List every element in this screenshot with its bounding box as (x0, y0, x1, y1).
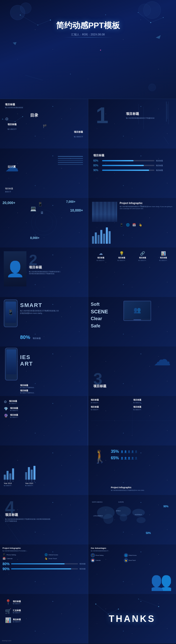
bar-chart (92, 227, 111, 244)
svg-point-8 (138, 12, 139, 13)
bubble-deco (20, 3, 31, 14)
slide-section4: 4 项目标题 输入你的项目标题或者描述文字拖拽到此处输入你的项目标题或者描述文字… (0, 495, 88, 544)
label-north-america: NORTH AMERICA (92, 501, 103, 503)
location-item-3: 📊 展品标题 输入描述文字... (5, 617, 21, 623)
proj-desc: 输入你的项目标题或者描述文字从此处输入... (3, 550, 85, 552)
proj-infographic-content: Project Infographic 输入你的项目标题或者描述文字从此处输入.… (3, 547, 85, 571)
slide-4cols: ☁ 项目标题 输入描述文字... 💡 项目标题 输入描述文字... 🔗 项目标题… (88, 247, 176, 297)
slide-location: doxinyi.com 📍 项目标题 输入描述文字... 🛒 汇总标题 输入描述… (0, 594, 88, 643)
adv-desc: 输入你的项目标题或者描述文字... (91, 550, 156, 552)
bubble-deco (148, 84, 156, 91)
row-2: 项目标题 输入你的项目标题或者描述 目录 项目标题 输入描述文字 项目标题 输入… (0, 99, 176, 148)
slide-advantages: 👥 Our Advantages 输入你的项目标题或者描述文字... 📱 Pho… (88, 544, 176, 594)
loc-item-3-text: 展品标题 输入描述文字... (13, 618, 21, 622)
slide-stats: 💻 📱 🖥 20,000+ 10,000+ 7,000+ 8,000+ (0, 198, 88, 247)
slide-section1: 1 项目标题 输入你的项目标题或者描述文字拖拽到此处 (88, 99, 176, 148)
label-latin-america: LATIN AMERICA (93, 515, 103, 517)
people-silhouette: 👥 (150, 571, 172, 591)
ies-item-2: 项目标题 输入描述文字拖拽到此处... (20, 389, 85, 393)
item-text-3: 项目标题 输入描述文字... (10, 414, 19, 418)
slide-cloud: ☁ 云计算 项目标题 描述文字 (0, 148, 88, 198)
adv-icon-2: 🌐 Global Access (124, 553, 156, 557)
stat-7k: 7,000+ (66, 199, 75, 204)
proj-icon-4: 👆 Smart Touch (45, 557, 85, 560)
phone-mockup: 📱 (4, 300, 18, 327)
slide-items-right: 项目标题 输入描述文字... 项目标题 输入描述文字... 项目标题 输入描述文… (88, 396, 176, 445)
toc-item-2: 项目标题 输入描述文字 (8, 122, 17, 131)
progress-title: 项目标题 (93, 154, 171, 157)
stat-35: 35% 👤 👤 👤 👤 👤 (111, 449, 138, 454)
slide-section2: 👤 2 项目标题 输入你的项目标题或者描述文字拖拽到此处输入你的项目标题或者描述… (0, 247, 88, 297)
map-pct-50: 50% (146, 532, 151, 534)
cloud-items: 项目标题 描述文字 (5, 187, 13, 193)
slide-bar-charts: J F M A Year 2019 输入描述文字... J F (0, 445, 88, 495)
loc-item-1-text: 项目标题 输入描述文字... (13, 600, 21, 604)
big-number-1: 1 (96, 104, 108, 127)
svg-point-35 (95, 604, 96, 605)
slide-title: 简约动感PPT模板 汇报人：时间：202X.08.08 (0, 0, 176, 99)
svg-point-16 (22, 116, 23, 117)
stat-8k: 8,000+ (30, 235, 39, 240)
row-11: Project Infographic 输入你的项目标题或者描述文字从此处输入.… (0, 544, 176, 594)
label-australia: AUSTRALIA (135, 514, 142, 515)
slide-smart: 📱 SMART 输入你的项目标题或者描述文字拖拽到此处输入你的项目标题from … (0, 297, 88, 346)
adv-globe-icon: 🌐 (124, 553, 128, 557)
thanks-text: THANKS (109, 614, 156, 624)
monitor-mockup: 👥 (123, 301, 151, 321)
col-2: 💡 项目标题 输入描述文字... (112, 250, 131, 262)
smart-text-block: SMART 输入你的项目标题或者描述文字拖拽到此处输入你的项目标题from mo… (20, 302, 60, 315)
row-10: 4 项目标题 输入你的项目标题或者描述文字拖拽到此处输入你的项目标题或者描述文字… (0, 495, 176, 544)
svg-point-21 (35, 214, 53, 231)
svg-point-39 (138, 599, 139, 600)
item-icon-3: 🔮 (4, 414, 8, 418)
progress-item-2: 80% 项目标题 (93, 164, 171, 167)
slide-project-infographic: Project Infographic 输入你的项目标题或者描述文字从此处输入.… (0, 544, 88, 594)
progress-content: 项目标题 60% 项目标题 80% 项目标题 90% (93, 154, 171, 174)
device-tablet: 📱 (38, 202, 43, 207)
slide-items-left: ⚙ 项目标题 输入描述文字... 💎 项目标题 输入描述文字... 🔮 项目标题… (0, 396, 88, 445)
adv-icons-grid: 📱 Phone Setting 🌐 Global Access 📅 Calend… (91, 553, 156, 562)
connector-lines (88, 396, 176, 445)
charts-container: J F M A Year 2019 输入描述文字... J F (4, 465, 43, 486)
smart-desc: 输入你的项目标题或者描述文字拖拽到此处输入你的项目标题from more cla… (20, 310, 60, 315)
watermark-left: doxinyi.com (2, 640, 11, 641)
stats-circuit (0, 198, 88, 247)
smart-pct: 80% 项目标题 (20, 334, 41, 340)
svg-point-32 (137, 517, 146, 523)
proj-icon-2: 🌐 Global Access (45, 553, 85, 556)
section4-desc: 输入你的项目标题或者描述文字拖拽到此处输入你的项目标题或者描述文字拖拽到此处 (5, 518, 50, 522)
col-1: ☁ 项目标题 输入描述文字... (91, 250, 111, 262)
section1-content: 项目标题 输入你的项目标题或者描述文字拖拽到此处 (126, 112, 164, 119)
cloud-list (58, 156, 83, 165)
section1-title: 项目标题 (126, 112, 164, 116)
slide-section3: ☁ 3 项目标题 (88, 346, 176, 396)
svg-line-4 (25, 75, 43, 80)
svg-point-40 (158, 606, 159, 607)
toc-items: 项目标题 输入你的项目标题或者描述 (5, 103, 23, 109)
item-row-3: 🔮 项目标题 输入描述文字... (4, 414, 85, 418)
toc-item-3: 项目标题 输入描述文字 (74, 129, 83, 138)
svg-line-1 (38, 20, 51, 25)
bars-1 (4, 465, 21, 480)
smart-word: SMART (20, 302, 60, 309)
stat-65: 65% 👤 👤 👤 👤 👤 (111, 456, 138, 460)
icon-globe: 🌐 (126, 223, 130, 227)
item-text-1: 项目标题 输入描述文字... (9, 400, 18, 404)
slide-infographic-1: Project Infographic 输入你的项目标题或者描述文字拖拽到此处f… (88, 198, 176, 247)
title-divider (63, 37, 113, 37)
bars-2 (25, 465, 43, 480)
toc-center: 目录 (30, 113, 38, 118)
cloud-large-3: ☁ (153, 349, 171, 370)
label-africa: AFRICA (116, 510, 120, 512)
row-4: 💻 📱 🖥 20,000+ 10,000+ 7,000+ 8,000+ (0, 198, 176, 247)
infographic-desc-2: 输入你的项目标题或者描述文字拖拽到此处from more clarity. (111, 489, 173, 491)
pct-90-row: 90% 项目标题 (3, 567, 85, 571)
year2-desc: 输入描述文字... (25, 485, 43, 486)
stat-10k: 10,000+ (70, 208, 83, 213)
svg-line-33 (96, 604, 108, 614)
item-icon-2: 💎 (4, 407, 8, 411)
section4-title: 项目标题 (5, 513, 50, 517)
phone-mockup-2 (5, 348, 18, 380)
chart-2: J F M A Year 202X 输入描述文字... (25, 465, 43, 486)
icon-touch: 👆 (139, 223, 142, 227)
